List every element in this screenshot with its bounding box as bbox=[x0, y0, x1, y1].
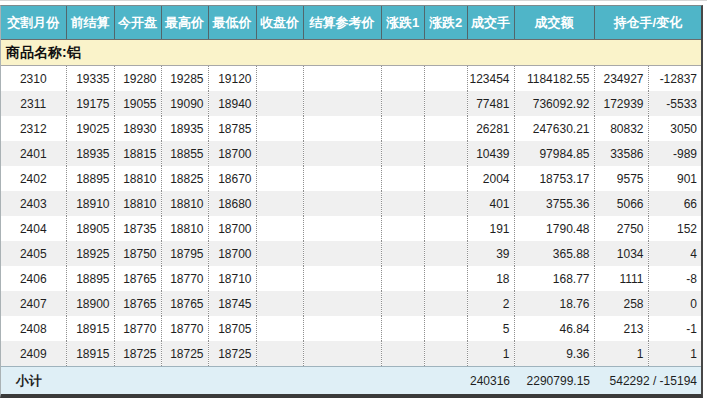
cell-month: 2402 bbox=[1, 166, 66, 191]
cell-low: 18940 bbox=[208, 91, 256, 116]
cell-settle_ref bbox=[303, 166, 381, 191]
cell-volume: 18 bbox=[467, 266, 514, 291]
quote-row-2403[interactable]: 2403189101881018810186804013755.36506666 bbox=[1, 191, 701, 216]
column-header-volume[interactable]: 成交手 bbox=[467, 6, 514, 40]
quotes-panel: 交割月份 前结算 今开盘 最高价 最低价 收盘价 结算参考价 涨跌1 涨跌2 成… bbox=[0, 5, 703, 398]
cell-open: 18770 bbox=[114, 316, 161, 341]
cell-volume: 26281 bbox=[467, 116, 514, 141]
cell-month: 2401 bbox=[1, 141, 66, 166]
column-header-change1[interactable]: 涨跌1 bbox=[381, 6, 424, 40]
cell-chg1 bbox=[381, 191, 424, 216]
cell-oi: 80832 bbox=[594, 116, 648, 141]
cell-chg2 bbox=[424, 91, 467, 116]
column-header-prev-settle[interactable]: 前结算 bbox=[66, 6, 114, 40]
cell-oi: 1111 bbox=[594, 266, 648, 291]
cell-chg1 bbox=[381, 316, 424, 341]
cell-oi_change: -8 bbox=[648, 266, 701, 291]
cell-chg2 bbox=[424, 166, 467, 191]
cell-settle_ref bbox=[303, 66, 381, 92]
cell-high: 18810 bbox=[161, 216, 208, 241]
cell-chg1 bbox=[381, 341, 424, 367]
cell-volume: 191 bbox=[467, 216, 514, 241]
cell-chg1 bbox=[381, 241, 424, 266]
cell-low: 18700 bbox=[208, 216, 256, 241]
cell-oi: 234927 bbox=[594, 66, 648, 92]
cell-prev_settle: 19025 bbox=[66, 116, 114, 141]
column-header-turnover[interactable]: 成交额 bbox=[514, 6, 594, 40]
cell-open: 18765 bbox=[114, 291, 161, 316]
column-header-high[interactable]: 最高价 bbox=[161, 6, 208, 40]
quote-row-2401[interactable]: 2401189351881518855187001043997984.85335… bbox=[1, 141, 701, 166]
column-header-settle-ref[interactable]: 结算参考价 bbox=[303, 6, 381, 40]
cell-month: 2406 bbox=[1, 266, 66, 291]
quote-row-2311[interactable]: 23111917519055190901894077481736092.9217… bbox=[1, 91, 701, 116]
cell-low: 18680 bbox=[208, 191, 256, 216]
cell-settle_ref bbox=[303, 191, 381, 216]
cell-close bbox=[256, 141, 303, 166]
subtotal-turnover: 2290799.15 bbox=[514, 367, 594, 395]
cell-high: 19285 bbox=[161, 66, 208, 92]
cell-oi_change: 0 bbox=[648, 291, 701, 316]
cell-prev_settle: 19175 bbox=[66, 91, 114, 116]
cell-low: 18710 bbox=[208, 266, 256, 291]
column-header-open-interest-change[interactable]: 持仓手/变化 bbox=[594, 6, 701, 40]
quote-row-2409[interactable]: 24091891518725187251872519.3611 bbox=[1, 341, 701, 367]
cell-chg2 bbox=[424, 66, 467, 92]
cell-open: 18750 bbox=[114, 241, 161, 266]
cell-open: 18810 bbox=[114, 166, 161, 191]
cell-oi_change: -5533 bbox=[648, 91, 701, 116]
column-header-close[interactable]: 收盘价 bbox=[256, 6, 303, 40]
cell-oi: 33586 bbox=[594, 141, 648, 166]
column-header-change2[interactable]: 涨跌2 bbox=[424, 6, 467, 40]
cell-volume: 2 bbox=[467, 291, 514, 316]
cell-low: 18705 bbox=[208, 316, 256, 341]
cell-low: 18725 bbox=[208, 341, 256, 367]
quote-row-2404[interactable]: 2404189051873518810187001911790.48275015… bbox=[1, 216, 701, 241]
cell-chg1 bbox=[381, 141, 424, 166]
cell-high: 18855 bbox=[161, 141, 208, 166]
cell-chg1 bbox=[381, 66, 424, 92]
cell-turnover: 3755.36 bbox=[514, 191, 594, 216]
quote-row-2402[interactable]: 240218895188101882518670200418753.179575… bbox=[1, 166, 701, 191]
cell-chg1 bbox=[381, 266, 424, 291]
cell-month: 2407 bbox=[1, 291, 66, 316]
product-name-row: 商品名称:铝 bbox=[1, 40, 701, 66]
cell-oi_change: 901 bbox=[648, 166, 701, 191]
cell-oi: 1034 bbox=[594, 241, 648, 266]
cell-month: 2408 bbox=[1, 316, 66, 341]
quote-row-2408[interactable]: 240818915187701877018705546.84213-1 bbox=[1, 316, 701, 341]
top-divider bbox=[0, 0, 707, 1]
cell-open: 18810 bbox=[114, 191, 161, 216]
cell-close bbox=[256, 316, 303, 341]
column-header-low[interactable]: 最低价 bbox=[208, 6, 256, 40]
cell-turnover: 365.88 bbox=[514, 241, 594, 266]
cell-prev_settle: 18905 bbox=[66, 216, 114, 241]
quote-row-2406[interactable]: 24061889518765187701871018168.771111-8 bbox=[1, 266, 701, 291]
cell-oi: 5066 bbox=[594, 191, 648, 216]
cell-oi_change: -989 bbox=[648, 141, 701, 166]
cell-oi: 258 bbox=[594, 291, 648, 316]
cell-turnover: 736092.92 bbox=[514, 91, 594, 116]
cell-volume: 123454 bbox=[467, 66, 514, 92]
cell-settle_ref bbox=[303, 91, 381, 116]
quote-row-2407[interactable]: 240718900187651876518745218.762580 bbox=[1, 291, 701, 316]
column-header-open[interactable]: 今开盘 bbox=[114, 6, 161, 40]
cell-volume: 39 bbox=[467, 241, 514, 266]
cell-prev_settle: 18895 bbox=[66, 166, 114, 191]
cell-prev_settle: 18935 bbox=[66, 141, 114, 166]
cell-month: 2403 bbox=[1, 191, 66, 216]
quote-row-2312[interactable]: 23121902518930189351878526281247630.2180… bbox=[1, 116, 701, 141]
cell-open: 18815 bbox=[114, 141, 161, 166]
cell-open: 19055 bbox=[114, 91, 161, 116]
cell-chg1 bbox=[381, 91, 424, 116]
column-header-month[interactable]: 交割月份 bbox=[1, 6, 66, 40]
quote-row-2405[interactable]: 24051892518750187951870039365.8810344 bbox=[1, 241, 701, 266]
cell-oi_change: 3050 bbox=[648, 116, 701, 141]
cell-high: 19090 bbox=[161, 91, 208, 116]
cell-chg2 bbox=[424, 216, 467, 241]
cell-month: 2310 bbox=[1, 66, 66, 92]
quote-row-2310[interactable]: 2310193351928019285191201234541184182.55… bbox=[1, 66, 701, 92]
futures-quotes-table: 交割月份 前结算 今开盘 最高价 最低价 收盘价 结算参考价 涨跌1 涨跌2 成… bbox=[1, 6, 701, 394]
cell-close bbox=[256, 166, 303, 191]
cell-high: 18795 bbox=[161, 241, 208, 266]
